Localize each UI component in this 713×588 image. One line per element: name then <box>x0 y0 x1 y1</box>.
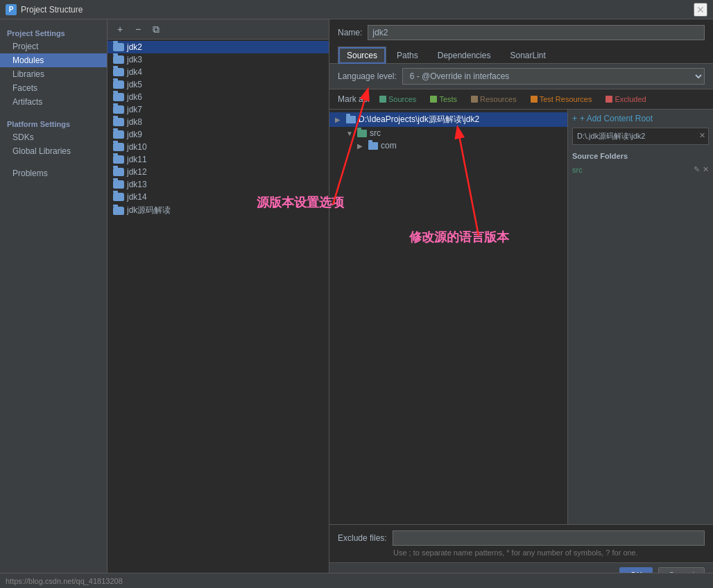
module-toolbar: + − ⧉ <box>108 19 329 40</box>
mark-test-resources-button[interactable]: Test Resources <box>526 94 596 105</box>
sidebar: Project Settings Project Modules Librari… <box>0 19 108 588</box>
module-item-jdk5[interactable]: jdk5 <box>108 78 329 91</box>
file-tree: ▶ D:\IdeaProjects\jdk源码解读\jdk2 ▼ src ▶ c… <box>329 110 567 524</box>
exclude-label: Exclude files: <box>338 533 387 543</box>
source-path-box: D:\.jdk源码解读\jdk2 ✕ <box>572 128 709 145</box>
name-input[interactable] <box>368 25 705 40</box>
main-layout: Project Settings Project Modules Librari… <box>0 19 713 588</box>
expand-icon: ▶ <box>335 116 343 123</box>
test-resources-dot-icon <box>531 96 538 103</box>
tabs-row: Sources Paths Dependencies SonarLint <box>329 46 713 64</box>
module-item-jdk2[interactable]: jdk2 <box>108 41 329 53</box>
folder-icon <box>113 68 124 76</box>
remove-module-button[interactable]: − <box>131 22 145 36</box>
name-row: Name: <box>329 19 713 46</box>
module-item-jdk13[interactable]: jdk13 <box>108 178 329 191</box>
tab-sources[interactable]: Sources <box>338 46 386 64</box>
edit-source-folder-button[interactable]: ✎ <box>694 165 700 174</box>
module-item-jdk-source[interactable]: jdk源码解读 <box>108 203 329 218</box>
module-item-jdk9[interactable]: jdk9 <box>108 128 329 141</box>
help-text: Use ; to separate name patterns, * for a… <box>338 548 705 557</box>
mark-as-row: Mark as: Sources Tests Resources Test Re… <box>329 89 713 110</box>
folder-icon <box>113 130 124 139</box>
module-item-jdk6[interactable]: jdk6 <box>108 91 329 103</box>
exclude-input[interactable] <box>393 530 705 546</box>
mark-sources-button[interactable]: Sources <box>375 94 420 105</box>
module-item-jdk12[interactable]: jdk12 <box>108 166 329 178</box>
status-bar: https://blog.csdn.net/qq_41813208 <box>0 573 713 588</box>
project-settings-title: Project Settings <box>0 25 107 40</box>
module-name: jdk3 <box>127 55 142 64</box>
source-folders-title: Source Folders <box>572 152 709 160</box>
source-folder-actions: ✎ ✕ <box>694 165 709 174</box>
folder-icon <box>113 55 124 64</box>
tab-sonarlint[interactable]: SonarLint <box>501 46 554 64</box>
exclude-row: Exclude files: <box>338 530 705 546</box>
title-bar: P Project Structure ✕ <box>0 0 713 19</box>
module-item-jdk4[interactable]: jdk4 <box>108 66 329 78</box>
folder-icon <box>113 193 124 201</box>
filetree-area: ▶ D:\IdeaProjects\jdk源码解读\jdk2 ▼ src ▶ c… <box>329 110 713 524</box>
sidebar-item-project[interactable]: Project <box>0 40 107 53</box>
module-item-jdk3[interactable]: jdk3 <box>108 53 329 66</box>
module-item-jdk8[interactable]: jdk8 <box>108 116 329 128</box>
module-name: jdk4 <box>127 67 142 77</box>
module-name: jdk13 <box>127 180 147 189</box>
source-path-close-button[interactable]: ✕ <box>699 131 705 140</box>
sidebar-item-global-libraries[interactable]: Global Libraries <box>0 144 107 158</box>
language-level-row: Language level: 6 - @Override in interfa… <box>329 64 713 89</box>
sidebar-item-libraries[interactable]: Libraries <box>0 67 107 81</box>
plus-icon: + <box>572 114 577 123</box>
add-module-button[interactable]: + <box>113 22 127 36</box>
name-label: Name: <box>338 28 362 37</box>
title-bar-left: P Project Structure <box>6 4 83 15</box>
module-item-jdk10[interactable]: jdk10 <box>108 141 329 153</box>
close-button[interactable]: ✕ <box>694 3 707 17</box>
source-panel: + + Add Content Root D:\.jdk源码解读\jdk2 ✕ … <box>567 110 713 524</box>
sidebar-item-sdks[interactable]: SDKs <box>0 130 107 144</box>
remove-source-folder-button[interactable]: ✕ <box>703 165 709 174</box>
mark-tests-button[interactable]: Tests <box>426 94 461 105</box>
tree-item-label: src <box>370 128 381 138</box>
mark-excluded-button[interactable]: Excluded <box>601 94 650 105</box>
add-content-root-button[interactable]: + + Add Content Root <box>572 114 709 123</box>
tree-item-root[interactable]: ▶ D:\IdeaProjects\jdk源码解读\jdk2 <box>329 112 567 127</box>
folder-src-icon <box>357 130 367 137</box>
tab-dependencies[interactable]: Dependencies <box>429 46 500 64</box>
module-name: jdk12 <box>127 167 147 177</box>
sidebar-item-modules[interactable]: Modules <box>0 53 107 67</box>
module-name: jdk11 <box>127 155 147 164</box>
module-name: jdk5 <box>127 80 142 89</box>
source-folder-name: src <box>572 166 583 174</box>
tests-dot-icon <box>430 96 437 103</box>
copy-module-button[interactable]: ⧉ <box>149 22 163 36</box>
language-level-label: Language level: <box>338 71 397 81</box>
source-path-text: D:\.jdk源码解读\jdk2 <box>577 132 645 140</box>
tree-item-label: D:\IdeaProjects\jdk源码解读\jdk2 <box>359 114 479 126</box>
module-item-jdk7[interactable]: jdk7 <box>108 103 329 116</box>
folder-icon <box>113 105 124 114</box>
mark-resources-button[interactable]: Resources <box>467 94 521 105</box>
tree-item-label: com <box>381 141 397 150</box>
problems-section: Problems <box>0 158 107 180</box>
module-name: jdk7 <box>127 105 142 114</box>
folder-icon <box>113 80 124 89</box>
module-item-jdk11[interactable]: jdk11 <box>108 153 329 166</box>
folder-icon <box>113 43 124 51</box>
window-title: Project Structure <box>21 5 83 15</box>
sidebar-item-facets[interactable]: Facets <box>0 81 107 95</box>
sidebar-item-problems[interactable]: Problems <box>0 166 107 180</box>
module-name: jdk2 <box>127 42 142 52</box>
folder-icon <box>113 118 124 126</box>
tree-item-com[interactable]: ▶ com <box>329 139 567 152</box>
sources-dot-icon <box>379 96 386 103</box>
sidebar-item-artifacts[interactable]: Artifacts <box>0 95 107 109</box>
tree-item-src[interactable]: ▼ src <box>329 127 567 139</box>
language-level-select[interactable]: 6 - @Override in interfaces 7 - Diamonds… <box>402 68 705 85</box>
status-bar-url: https://blog.csdn.net/qq_41813208 <box>6 577 123 585</box>
module-name: jdk9 <box>127 130 142 139</box>
folder-icon <box>113 168 124 176</box>
tab-paths[interactable]: Paths <box>388 46 427 64</box>
module-item-jdk14[interactable]: jdk14 <box>108 191 329 203</box>
folder-icon <box>113 143 124 151</box>
